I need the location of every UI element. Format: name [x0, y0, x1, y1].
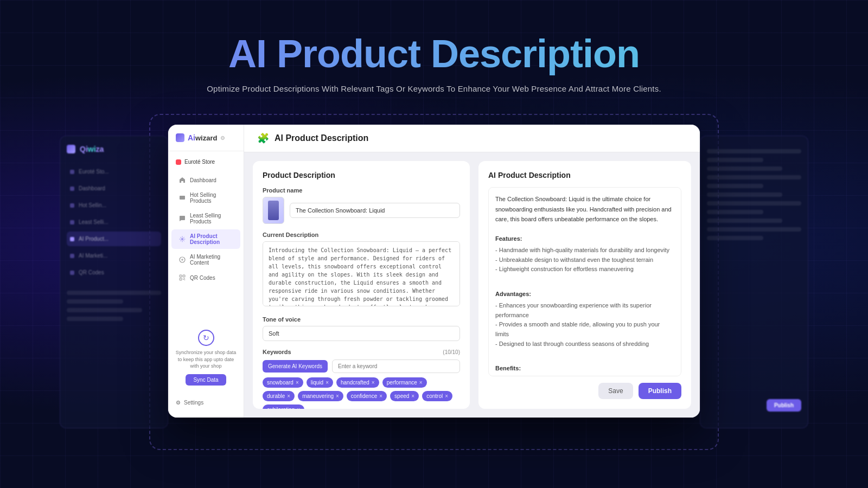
store-dot	[176, 159, 181, 165]
tag-remove-icon[interactable]: ×	[379, 394, 382, 399]
right-panel-actions: Save Publish	[488, 383, 681, 399]
advantage-2: - Provides a smooth and stable ride, all…	[495, 320, 674, 339]
generate-keywords-button[interactable]: Generate AI Keywords	[263, 360, 328, 373]
keyword-tag[interactable]: exhilarating×	[263, 404, 304, 409]
product-image	[263, 197, 284, 224]
home-icon	[179, 177, 186, 183]
keyword-tag[interactable]: control×	[422, 391, 452, 401]
logo-icon	[176, 133, 184, 142]
tag-remove-icon[interactable]: ×	[287, 394, 290, 399]
sidebar-item-label: AI Marketing Content	[190, 254, 233, 266]
keyword-tag[interactable]: snowboard×	[263, 377, 303, 388]
sidebar-item-label: Hot Selling Products	[190, 192, 233, 204]
left-panel: Product Description Product name Current…	[253, 161, 470, 409]
sidebar-bottom: ↻ Synchronize your shop data to keep thi…	[168, 323, 244, 392]
tone-input[interactable]	[263, 326, 460, 341]
left-blurred-card: Qiwiza Euroté Sto... Dashboard Hot Selli…	[60, 136, 168, 428]
chat-icon	[179, 215, 186, 222]
keywords-section: Keywords (10/10) Generate AI Keywords sn…	[263, 349, 460, 409]
svg-rect-10	[184, 278, 185, 279]
logo-text: Aiwizard	[188, 133, 217, 142]
sidebar-item-label: QR Codes	[190, 275, 215, 281]
app-card: Aiwizard ⚙ Euroté Store Dashboard Hot Se…	[168, 125, 700, 418]
product-name-input[interactable]	[290, 203, 460, 218]
svg-rect-6	[184, 276, 184, 277]
right-blurred-card: Publish	[700, 136, 808, 428]
tags-container: snowboard×liquid×handcrafted×performance…	[263, 377, 460, 409]
page-header: 🧩 AI Product Description	[244, 125, 700, 152]
page-subtitle: Optimize Product Descriptions With Relev…	[0, 84, 868, 93]
ai-desc-intro: The Collection Snowboard: Liquid is the …	[495, 194, 674, 224]
product-name-label: Product name	[263, 187, 460, 194]
keyword-tag[interactable]: maneuvering×	[298, 391, 343, 401]
qr-icon	[179, 274, 186, 281]
sidebar-item-qr-codes[interactable]: QR Codes	[171, 271, 240, 285]
sidebar-item-label: Dashboard	[190, 177, 216, 183]
ai-desc-advantages: Advantages: - Enhances your snowboarding…	[495, 290, 674, 349]
benefit-1: - Conquer any slope with confidence and …	[495, 375, 674, 376]
tag-remove-icon[interactable]: ×	[372, 380, 375, 386]
ai-description-content[interactable]: The Collection Snowboard: Liquid is the …	[488, 187, 681, 376]
advantage-1: - Enhances your snowboarding experience …	[495, 301, 674, 320]
sidebar-item-ai-product[interactable]: AI Product Description	[171, 229, 240, 249]
store-name: Euroté Store	[184, 159, 215, 165]
keyword-tag[interactable]: durable×	[263, 391, 295, 401]
keyword-tag[interactable]: handcrafted×	[336, 377, 379, 388]
sparkle-icon	[179, 236, 186, 242]
main-content: 🧩 AI Product Description Product Descrip…	[244, 125, 700, 418]
tone-section: Tone of voice	[263, 316, 460, 341]
feature-1: - Handmade with high-quality materials f…	[495, 246, 674, 255]
keyword-tag[interactable]: speed×	[390, 391, 419, 401]
product-name-row	[263, 197, 460, 224]
sidebar-item-label: AI Product Description	[190, 233, 233, 245]
sidebar-item-settings[interactable]: ⚙ Settings	[168, 396, 244, 409]
side-publish-button[interactable]: Publish	[767, 399, 801, 412]
svg-rect-4	[181, 276, 181, 277]
settings-icon: ⚙	[176, 400, 181, 406]
keyword-tag[interactable]: liquid×	[307, 377, 333, 388]
sidebar-item-hot-selling[interactable]: Hot Selling Products	[171, 188, 240, 208]
tag-remove-icon[interactable]: ×	[336, 394, 339, 399]
svg-rect-11	[183, 279, 184, 280]
tag-remove-icon[interactable]: ×	[411, 394, 414, 399]
advantage-3: - Designed to last through countless sea…	[495, 339, 674, 349]
ai-desc-features: Features: - Handmade with high-quality m…	[495, 234, 674, 274]
sync-data-button[interactable]: Sync Data	[186, 374, 226, 386]
ai-icon	[179, 256, 186, 263]
sync-icon: ↻	[198, 330, 214, 346]
tag-remove-icon[interactable]: ×	[445, 394, 448, 399]
store-badge: Euroté Store	[168, 156, 244, 168]
content-area: Product Description Product name Current…	[244, 152, 700, 418]
current-description-input[interactable]: Introducing the Collection Snowboard: Li…	[263, 241, 460, 306]
tone-label: Tone of voice	[263, 316, 460, 323]
sidebar-item-least-selling[interactable]: Least Selling Products	[171, 209, 240, 228]
keyword-tag[interactable]: confidence×	[347, 391, 387, 401]
tag-remove-icon[interactable]: ×	[297, 407, 300, 409]
page-header-title: AI Product Description	[275, 133, 368, 143]
keywords-count: (10/10)	[443, 349, 460, 355]
sidebar-item-ai-marketing[interactable]: AI Marketing Content	[171, 250, 240, 269]
monitor-icon	[179, 195, 186, 201]
svg-rect-8	[181, 279, 181, 280]
svg-point-1	[181, 238, 183, 240]
current-description-label: Current Description	[263, 232, 460, 238]
product-name-section: Product name	[263, 187, 460, 224]
feature-2: - Unbreakable design to withstand even t…	[495, 255, 674, 265]
tag-remove-icon[interactable]: ×	[419, 380, 423, 386]
sidebar-item-label: Least Selling Products	[190, 213, 233, 224]
publish-button[interactable]: Publish	[639, 383, 681, 399]
page-main-title: AI Product Description	[0, 33, 868, 75]
keyword-input[interactable]	[332, 359, 460, 373]
tag-remove-icon[interactable]: ×	[326, 380, 329, 386]
settings-label: Settings	[184, 400, 203, 406]
right-panel: AI Product Description The Collection Sn…	[478, 161, 691, 409]
description-section: Current Description Introducing the Coll…	[263, 232, 460, 309]
svg-rect-9	[183, 278, 183, 279]
left-panel-title: Product Description	[263, 171, 460, 179]
keyword-tag[interactable]: performance×	[382, 377, 427, 388]
sidebar-item-dashboard[interactable]: Dashboard	[171, 173, 240, 187]
page-header-icon: 🧩	[257, 132, 269, 144]
tag-remove-icon[interactable]: ×	[296, 380, 299, 386]
save-button[interactable]: Save	[598, 383, 633, 399]
keywords-input-row: Generate AI Keywords	[263, 359, 460, 373]
